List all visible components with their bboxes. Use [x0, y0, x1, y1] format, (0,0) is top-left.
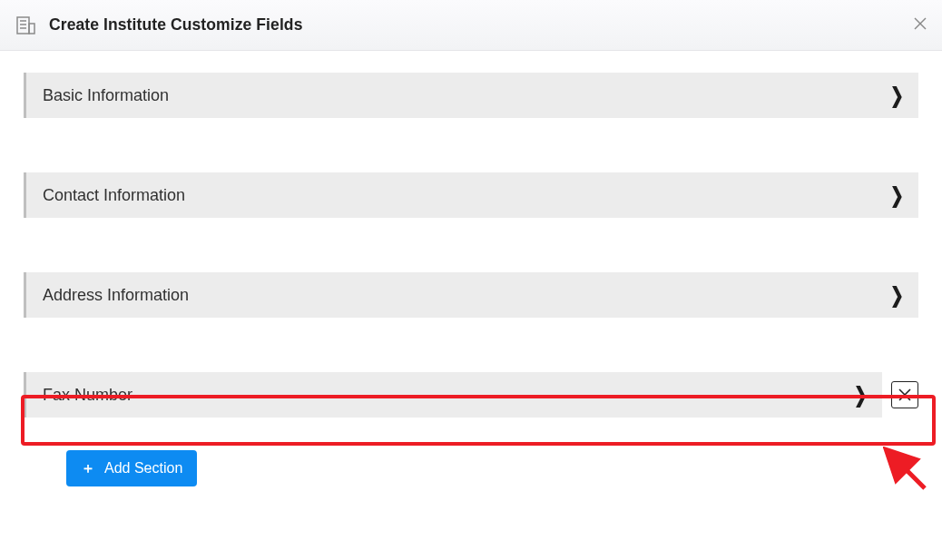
delete-section-button[interactable]: [891, 381, 918, 408]
section-row: Basic Information❯: [24, 73, 918, 118]
svg-rect-0: [17, 17, 29, 34]
section-label: Basic Information: [43, 86, 169, 105]
content-area: Basic Information❯Contact Information❯Ad…: [0, 51, 942, 486]
section-wrapper: Address Information❯: [24, 272, 918, 318]
section-header[interactable]: Address Information❯: [24, 272, 918, 318]
add-section-button[interactable]: ＋ Add Section: [66, 450, 197, 486]
section-header[interactable]: Basic Information❯: [24, 73, 918, 118]
plus-icon: ＋: [81, 461, 95, 476]
chevron-right-icon: ❯: [854, 382, 866, 408]
institute-icon: [15, 15, 36, 36]
section-label: Contact Information: [43, 186, 185, 205]
section-wrapper: Fax Number❯: [24, 372, 918, 418]
section-header[interactable]: Fax Number❯: [24, 372, 882, 418]
section-label: Address Information: [43, 286, 189, 305]
section-wrapper: Contact Information❯: [24, 172, 918, 218]
page-title: Create Institute Customize Fields: [49, 15, 302, 34]
section-wrapper: Basic Information❯: [24, 73, 918, 118]
page-header: Create Institute Customize Fields: [0, 0, 942, 51]
svg-rect-1: [29, 24, 34, 34]
section-header[interactable]: Contact Information❯: [24, 172, 918, 218]
section-row: Fax Number❯: [24, 372, 918, 418]
chevron-right-icon: ❯: [890, 83, 902, 109]
section-label: Fax Number: [43, 386, 132, 405]
add-section-label: Add Section: [104, 460, 182, 476]
section-row: Contact Information❯: [24, 172, 918, 218]
close-icon[interactable]: [909, 13, 931, 34]
section-row: Address Information❯: [24, 272, 918, 318]
chevron-right-icon: ❯: [890, 282, 902, 309]
chevron-right-icon: ❯: [890, 182, 902, 209]
